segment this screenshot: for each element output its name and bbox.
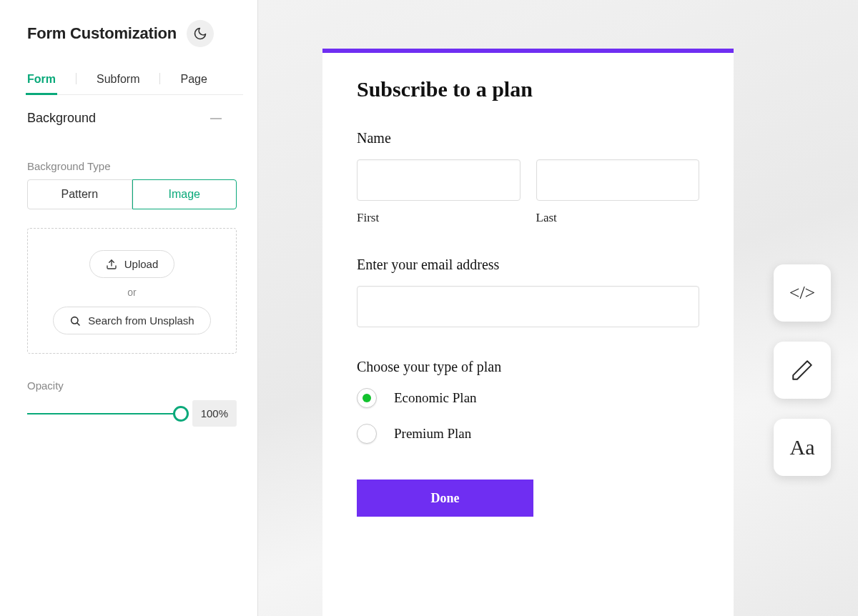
upload-icon [106,259,117,270]
bg-type-pattern[interactable]: Pattern [27,179,132,209]
first-name-input[interactable] [357,159,521,201]
opacity-value: 100% [192,400,237,427]
submit-button-label: Done [431,491,460,506]
tab-page[interactable]: Page [180,67,207,94]
svg-line-2 [77,323,79,325]
opacity-control: 100% [27,400,237,427]
search-icon [69,315,81,327]
slider-track [27,413,181,414]
radio-economic[interactable] [357,388,377,408]
search-unsplash-label: Search from Unsplash [88,314,194,327]
email-label: Enter your email address [357,257,699,273]
floating-toolbar: </> Aa [774,264,831,476]
upload-button[interactable]: Upload [89,250,175,278]
last-name-input[interactable] [536,159,700,201]
font-tool-button[interactable]: Aa [774,419,831,476]
image-upload-dropzone[interactable]: Upload or Search from Unsplash [27,228,237,354]
submit-button[interactable]: Done [357,480,533,517]
code-tool-button[interactable]: </> [774,264,831,322]
search-unsplash-button[interactable]: Search from Unsplash [53,307,210,334]
form-title: Subscribe to a plan [357,77,699,101]
customization-sidebar: Form Customization Form Subform Page Bac… [0,0,257,616]
bg-type-segment: Pattern Image [27,179,237,209]
moon-icon [193,26,207,41]
tab-separator [76,73,77,84]
radio-economic-label: Economic Plan [394,390,477,406]
pencil-icon [790,358,814,382]
sidebar-tabs: Form Subform Page [27,67,243,95]
dark-mode-toggle[interactable] [187,20,214,47]
code-icon: </> [789,282,816,304]
opacity-slider[interactable] [27,405,181,422]
radio-premium-label: Premium Plan [394,426,471,442]
plan-label: Choose your type of plan [357,359,699,375]
tab-form[interactable]: Form [27,67,56,94]
background-section-header[interactable]: Background [27,111,243,126]
email-input[interactable] [357,286,699,327]
tab-subform[interactable]: Subform [97,67,139,94]
plan-radio-group: Economic Plan Premium Plan [357,388,699,444]
opacity-label: Opacity [27,379,243,392]
tab-separator [159,73,160,84]
font-icon: Aa [790,435,815,459]
plan-option-premium[interactable]: Premium Plan [357,424,699,444]
plan-option-economic[interactable]: Economic Plan [357,388,699,408]
form-card: Subscribe to a plan Name First Last Ente… [322,49,734,616]
bg-type-label: Background Type [27,160,243,172]
edit-tool-button[interactable] [774,342,831,399]
upload-or-label: or [127,287,136,298]
name-row: First Last [357,159,699,225]
bg-type-image[interactable]: Image [132,179,237,209]
slider-thumb[interactable] [173,406,189,422]
name-label: Name [357,130,699,146]
sidebar-header: Form Customization [27,20,243,47]
radio-premium[interactable] [357,424,377,444]
last-name-sublabel: Last [536,211,700,225]
form-preview-canvas: Subscribe to a plan Name First Last Ente… [257,0,858,616]
collapse-icon [210,118,222,119]
sidebar-title: Form Customization [27,24,177,43]
upload-button-label: Upload [124,258,159,270]
background-section-label: Background [27,111,96,126]
first-name-sublabel: First [357,211,521,225]
